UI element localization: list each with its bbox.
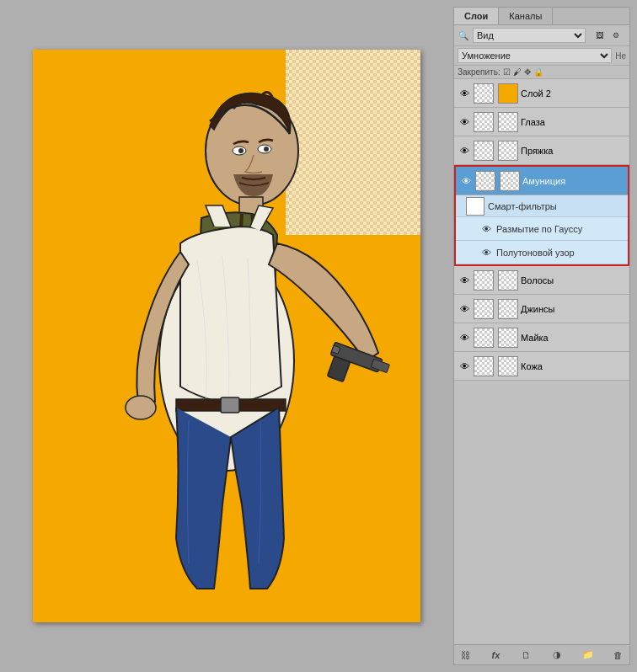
layer-thumb-pryzhka <box>474 141 494 161</box>
layer-name-glaza: Глаза <box>521 117 626 127</box>
layer-eye-mayka[interactable]: 👁 <box>458 331 471 344</box>
smart-filter-halftone-name: Полутоновой узор <box>496 248 575 258</box>
lock-check-icon[interactable]: ☑ <box>503 67 511 77</box>
lock-padlock-icon[interactable]: 🔒 <box>533 67 543 77</box>
layers-list: 👁 Слой 2 👁 <box>454 79 629 644</box>
layer-name-volosy: Волосы <box>521 275 626 285</box>
smart-filters-label: Смарт-фильтры <box>488 201 557 211</box>
layer-name-amunicia: Амуниция <box>522 176 624 186</box>
layer-name-dzhynsy: Джинсы <box>521 304 626 314</box>
smart-filter-gaussian[interactable]: 👁 Размытие по Гауссу <box>456 217 628 241</box>
right-panel: Слои Каналы 🔍 Вид 🖼 ⚙ Умножение Не <box>453 7 630 665</box>
layer-thumb2-mayka <box>498 328 518 348</box>
svg-rect-5 <box>286 50 420 235</box>
svg-point-10 <box>238 148 244 153</box>
canvas-wrapper <box>33 50 420 622</box>
fx-icon[interactable]: fx <box>488 648 503 663</box>
layer-eye-dzhynsy[interactable]: 👁 <box>458 302 471 316</box>
layer-item-dzhynsy[interactable]: 👁 Джинсы <box>454 295 629 323</box>
layer-thumb2-glaza <box>498 112 518 132</box>
layer-item-layer2[interactable]: 👁 Слой 2 <box>454 79 629 108</box>
canvas-area <box>7 7 447 665</box>
layer-thumb-volosy <box>474 270 494 291</box>
layer-filter-select[interactable]: Вид <box>473 28 586 43</box>
layer-thumb2-volosy <box>498 270 518 291</box>
panel-image-icon[interactable]: 🖼 <box>592 29 606 42</box>
tab-layers[interactable]: Слои <box>454 8 499 24</box>
layer-name-mayka: Майка <box>521 333 626 343</box>
canvas-image <box>33 50 420 622</box>
lock-row: Закрепить: ☑ 🖌 ✥ 🔒 <box>454 66 629 79</box>
smart-filters-header: Смарт-фильтры <box>456 195 628 217</box>
layer-item-pryzhka[interactable]: 👁 Пряжка <box>454 136 629 165</box>
svg-point-17 <box>126 396 156 419</box>
smart-filter-thumb <box>466 197 484 216</box>
app-container: Слои Каналы 🔍 Вид 🖼 ⚙ Умножение Не <box>0 0 637 672</box>
figure-svg <box>33 50 420 622</box>
layer-item-volosy[interactable]: 👁 Волосы <box>454 266 629 295</box>
smart-filter-halftone[interactable]: 👁 Полутоновой узор <box>456 241 628 264</box>
layer-thumb-amunicia <box>475 171 495 191</box>
blend-mode-select[interactable]: Умножение <box>458 48 612 63</box>
layer-eye-kozha[interactable]: 👁 <box>458 360 471 373</box>
layer-name-layer2: Слой 2 <box>521 88 626 99</box>
blend-mode-row: Умножение Не <box>454 46 629 66</box>
search-icon: 🔍 <box>458 29 469 41</box>
panel-bottom-toolbar: ⛓ fx 🗋 ◑ 📁 🗑 <box>454 644 629 664</box>
layer-eye-layer2[interactable]: 👁 <box>458 87 471 100</box>
layer-item-kozha[interactable]: 👁 Кожа <box>454 352 629 381</box>
layer-eye-pryzhka[interactable]: 👁 <box>458 144 471 157</box>
layer-item-amunicia[interactable]: 👁 Амуниция <box>456 167 628 195</box>
panel-tabs: Слои Каналы <box>454 8 629 25</box>
layer-eye-gaussian[interactable]: 👁 <box>479 222 493 236</box>
adjustment-icon[interactable]: ◑ <box>549 648 565 663</box>
smart-filter-group: 👁 Амуниция Смарт-ф <box>454 165 629 266</box>
lock-move-icon[interactable]: ✥ <box>524 67 531 77</box>
blend-opacity-label: Не <box>615 51 626 61</box>
layer-thumb2-kozha <box>498 356 518 376</box>
svg-rect-19 <box>221 397 239 413</box>
layer-thumb2-amunicia <box>500 171 520 191</box>
smart-filter-gaussian-name: Размытие по Гауссу <box>496 224 582 234</box>
layers-panel: Слои Каналы 🔍 Вид 🖼 ⚙ Умножение Не <box>453 7 630 665</box>
layer-thumb-kozha <box>474 356 494 376</box>
layer-thumb-mayka <box>474 328 494 348</box>
layer-thumb-layer2 <box>474 83 494 104</box>
layer-thumb2-pryzhka <box>498 141 518 161</box>
layer-thumb2-layer2 <box>498 83 518 104</box>
folder-icon[interactable]: 📁 <box>581 648 596 663</box>
svg-point-11 <box>264 147 269 152</box>
layer-eye-halftone[interactable]: 👁 <box>479 246 493 259</box>
layer-thumb-dzhynsy <box>474 299 494 319</box>
layer-eye-glaza[interactable]: 👁 <box>458 115 471 129</box>
layer-name-kozha: Кожа <box>521 361 626 371</box>
tab-channels[interactable]: Каналы <box>499 8 553 24</box>
new-layer-icon[interactable]: 🗋 <box>519 648 534 663</box>
panel-search-row: 🔍 Вид 🖼 ⚙ <box>454 25 629 46</box>
link-icon[interactable]: ⛓ <box>458 648 473 663</box>
layer-item-glaza[interactable]: 👁 Глаза <box>454 108 629 136</box>
layer-eye-amunicia[interactable]: 👁 <box>459 174 473 188</box>
panel-icons-row: 🖼 ⚙ <box>589 29 626 42</box>
layer-thumb-glaza <box>474 112 494 132</box>
lock-brush-icon[interactable]: 🖌 <box>513 67 522 77</box>
lock-label: Закрепить: <box>458 67 500 77</box>
layer-item-mayka[interactable]: 👁 Майка <box>454 323 629 352</box>
layer-name-pryzhka: Пряжка <box>521 146 626 156</box>
trash-icon[interactable]: 🗑 <box>611 648 626 663</box>
layer-eye-volosy[interactable]: 👁 <box>458 274 471 287</box>
layer-thumb2-dzhynsy <box>498 299 518 319</box>
panel-settings-icon[interactable]: ⚙ <box>609 29 623 42</box>
